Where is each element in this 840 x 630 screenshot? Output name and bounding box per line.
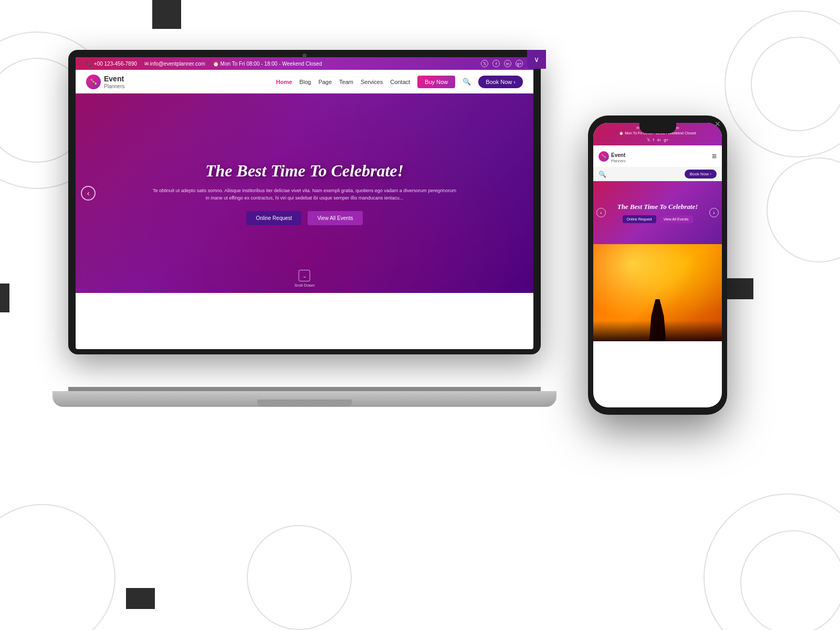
decorative-square-3 bbox=[724, 278, 753, 299]
hamburger-menu-icon[interactable]: ≡ bbox=[712, 152, 717, 161]
search-icon[interactable]: 🔍 bbox=[463, 78, 471, 86]
phone-view-all-events-button[interactable]: View All Events bbox=[659, 215, 693, 223]
phone-prev-button[interactable]: ‹ bbox=[596, 208, 606, 217]
phone-hero-buttons: Online Request View All Events bbox=[623, 215, 693, 223]
scroll-box-icon: ⌄ bbox=[299, 270, 310, 281]
decorative-circle-mid-r bbox=[766, 158, 840, 262]
decorative-circle-bl bbox=[0, 504, 116, 630]
nav-home[interactable]: Home bbox=[276, 79, 292, 85]
topbar-social-icons: 𝕏 f in g+ bbox=[481, 60, 523, 67]
phone-book-now-button[interactable]: Book Now › bbox=[685, 170, 717, 178]
linkedin-icon[interactable]: in bbox=[504, 60, 511, 67]
phone-mockup: ✕ ✉ info@eventplanner.com ⏰ Mon To Fri 0… bbox=[588, 116, 727, 415]
scroll-down-indicator[interactable]: ⌄ Sroll Down bbox=[295, 270, 315, 288]
phone-outer: ✕ ✉ info@eventplanner.com ⏰ Mon To Fri 0… bbox=[588, 116, 727, 415]
phone-search-icon[interactable]: 🔍 bbox=[598, 171, 606, 178]
phone-linkedin-icon[interactable]: in bbox=[657, 138, 660, 142]
topbar-chevron-button[interactable]: ∨ bbox=[527, 50, 546, 69]
phone-online-request-button[interactable]: Online Request bbox=[623, 215, 656, 223]
laptop-base-center bbox=[257, 400, 352, 407]
phone-social-icons: 𝕏 f in g+ bbox=[598, 138, 717, 142]
decorative-square-4 bbox=[126, 588, 155, 609]
phone-close-button[interactable]: ✕ bbox=[715, 120, 721, 128]
laptop-screen-outer: ∨ 📞 +00 123-456-7890 ✉ info@eventplanner… bbox=[68, 50, 541, 354]
logo-text: Event Planners bbox=[104, 74, 124, 89]
twitter-icon[interactable]: 𝕏 bbox=[481, 60, 488, 67]
phone-concert-image bbox=[593, 244, 722, 341]
online-request-button[interactable]: Online Request bbox=[246, 211, 301, 225]
phone-clock-icon: ⏰ bbox=[619, 131, 624, 135]
decorative-circle-bl2 bbox=[247, 525, 352, 630]
book-now-button[interactable]: Book Now › bbox=[478, 76, 523, 88]
decorative-circle-br2 bbox=[740, 530, 840, 630]
hero-prev-button[interactable]: ‹ bbox=[81, 186, 96, 201]
phone-hero-section: ‹ The Best Time To Celebrate! Online Req… bbox=[593, 181, 722, 244]
site-navbar: 🍾 Event Planners Home Blog Page Team Ser… bbox=[76, 70, 533, 93]
laptop-camera bbox=[302, 54, 307, 58]
phone-next-button[interactable]: › bbox=[709, 208, 719, 217]
decorative-square-2 bbox=[0, 284, 9, 312]
phone-twitter-icon[interactable]: 𝕏 bbox=[647, 138, 650, 142]
phone-googleplus-icon[interactable]: g+ bbox=[664, 138, 668, 142]
laptop-mockup: ∨ 📞 +00 123-456-7890 ✉ info@eventplanner… bbox=[68, 50, 551, 407]
hero-content: The Best Time To Celebrate! Te obtinuit … bbox=[121, 161, 488, 226]
phone-notch bbox=[639, 123, 676, 133]
topbar-phone: 📞 +00 123-456-7890 bbox=[86, 61, 137, 67]
topbar-contact-info: 📞 +00 123-456-7890 ✉ info@eventplanner.c… bbox=[86, 61, 322, 67]
decorative-square-1 bbox=[152, 0, 181, 29]
scroll-label: Sroll Down bbox=[295, 283, 315, 288]
nav-services[interactable]: Services bbox=[361, 79, 383, 85]
view-all-events-button[interactable]: View All Events bbox=[308, 211, 362, 225]
topbar-email: ✉ info@eventplanner.com bbox=[144, 61, 205, 67]
nav-page[interactable]: Page bbox=[318, 79, 332, 85]
buy-now-button[interactable]: Buy Now bbox=[417, 76, 455, 88]
decorative-circle-tr2 bbox=[751, 37, 840, 131]
phone-navbar: 🍾 Event Planners ≡ bbox=[593, 145, 722, 167]
main-navigation: Home Blog Page Team Services Contact Buy… bbox=[276, 76, 523, 88]
laptop-hinge bbox=[68, 387, 541, 391]
hero-cta-buttons: Online Request View All Events bbox=[152, 211, 457, 225]
email-icon: ✉ bbox=[144, 61, 149, 67]
clock-icon: ⏰ bbox=[213, 61, 219, 67]
phone-nav-actions: 🔍 Book Now › bbox=[593, 167, 722, 181]
topbar-hours: ⏰ Mon To Fri 08:00 - 18:00 - Weekend Clo… bbox=[213, 61, 322, 67]
nav-contact[interactable]: Contact bbox=[390, 79, 410, 85]
hero-description: Te obtinuit ut adepto satis somno. Aliis… bbox=[152, 187, 457, 202]
nav-team[interactable]: Team bbox=[339, 79, 353, 85]
phone-logo-icon: 🍾 bbox=[598, 151, 609, 162]
hero-title: The Best Time To Celebrate! bbox=[152, 161, 457, 181]
hero-section: ‹ The Best Time To Celebrate! Te obtinui… bbox=[76, 93, 533, 293]
laptop-screen-inner: 📞 +00 123-456-7890 ✉ info@eventplanner.c… bbox=[76, 57, 533, 349]
phone-facebook-icon[interactable]: f bbox=[653, 138, 654, 142]
site-topbar: 📞 +00 123-456-7890 ✉ info@eventplanner.c… bbox=[76, 57, 533, 70]
googleplus-icon[interactable]: g+ bbox=[516, 60, 523, 67]
phone-hero-title: The Best Time To Celebrate! bbox=[617, 203, 698, 211]
phone-logo[interactable]: 🍾 Event Planners bbox=[598, 150, 626, 163]
phone-screen: ✉ info@eventplanner.com ⏰ Mon To Fri 08:… bbox=[593, 123, 722, 407]
logo-icon: 🍾 bbox=[86, 75, 101, 89]
phone-logo-text: Event Planners bbox=[611, 150, 626, 163]
site-logo[interactable]: 🍾 Event Planners bbox=[86, 74, 124, 89]
concert-crowd bbox=[593, 320, 722, 341]
nav-blog[interactable]: Blog bbox=[299, 79, 311, 85]
phone-icon: 📞 bbox=[86, 61, 92, 67]
facebook-icon[interactable]: f bbox=[492, 60, 500, 67]
laptop-base bbox=[52, 391, 556, 407]
